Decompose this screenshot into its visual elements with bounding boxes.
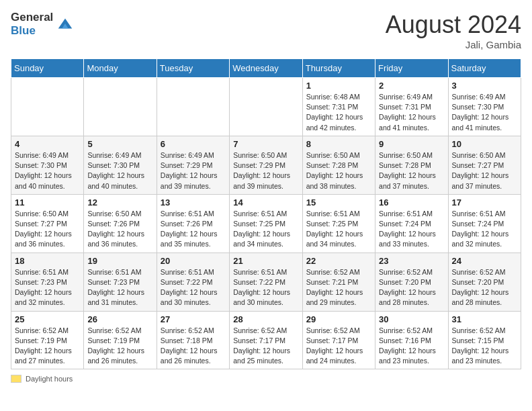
calendar-day-cell: 17Sunrise: 6:51 AM Sunset: 7:24 PM Dayli… — [448, 194, 521, 253]
day-number: 18 — [15, 256, 80, 266]
calendar-day-cell: 27Sunrise: 6:52 AM Sunset: 7:18 PM Dayli… — [157, 311, 229, 369]
calendar-day-header: Monday — [84, 59, 157, 78]
calendar-day-cell: 5Sunrise: 6:49 AM Sunset: 7:30 PM Daylig… — [84, 136, 157, 194]
day-number: 3 — [452, 81, 517, 91]
calendar-day-cell: 15Sunrise: 6:51 AM Sunset: 7:25 PM Dayli… — [302, 194, 375, 253]
day-info: Sunrise: 6:50 AM Sunset: 7:29 PM Dayligh… — [233, 150, 298, 191]
calendar-day-cell: 12Sunrise: 6:50 AM Sunset: 7:26 PM Dayli… — [84, 194, 157, 253]
day-number: 28 — [233, 314, 298, 324]
day-info: Sunrise: 6:50 AM Sunset: 7:27 PM Dayligh… — [15, 209, 80, 250]
calendar-day-cell — [84, 78, 157, 136]
calendar-day-cell: 11Sunrise: 6:50 AM Sunset: 7:27 PM Dayli… — [11, 194, 84, 253]
logo: General Blue — [11, 11, 75, 38]
day-info: Sunrise: 6:51 AM Sunset: 7:22 PM Dayligh… — [233, 267, 298, 308]
day-number: 26 — [87, 314, 152, 324]
calendar-week-row: 18Sunrise: 6:51 AM Sunset: 7:23 PM Dayli… — [11, 253, 521, 311]
day-info: Sunrise: 6:51 AM Sunset: 7:24 PM Dayligh… — [379, 209, 444, 250]
daylight-swatch — [11, 375, 21, 383]
calendar-day-cell — [157, 78, 229, 136]
calendar-day-header: Thursday — [302, 59, 375, 78]
day-number: 31 — [452, 314, 517, 324]
calendar-day-cell: 28Sunrise: 6:52 AM Sunset: 7:17 PM Dayli… — [230, 311, 302, 369]
day-number: 16 — [379, 197, 444, 208]
calendar-day-cell: 29Sunrise: 6:52 AM Sunset: 7:17 PM Dayli… — [302, 311, 375, 369]
calendar-week-row: 4Sunrise: 6:49 AM Sunset: 7:30 PM Daylig… — [11, 136, 521, 194]
calendar-day-cell: 30Sunrise: 6:52 AM Sunset: 7:16 PM Dayli… — [375, 311, 448, 369]
day-info: Sunrise: 6:52 AM Sunset: 7:16 PM Dayligh… — [379, 326, 444, 367]
day-info: Sunrise: 6:49 AM Sunset: 7:30 PM Dayligh… — [15, 150, 80, 191]
location-subtitle: Jali, Gambia — [386, 39, 521, 50]
day-number: 1 — [306, 81, 371, 91]
day-number: 10 — [452, 139, 517, 149]
day-number: 19 — [87, 256, 152, 266]
calendar-day-cell: 10Sunrise: 6:50 AM Sunset: 7:27 PM Dayli… — [448, 136, 521, 194]
day-number: 7 — [233, 139, 298, 149]
day-info: Sunrise: 6:52 AM Sunset: 7:17 PM Dayligh… — [233, 326, 298, 367]
footer-note: Daylight hours — [11, 375, 521, 383]
day-info: Sunrise: 6:50 AM Sunset: 7:27 PM Dayligh… — [452, 150, 517, 191]
day-number: 20 — [161, 256, 226, 266]
day-info: Sunrise: 6:51 AM Sunset: 7:22 PM Dayligh… — [161, 267, 226, 308]
day-number: 30 — [379, 314, 444, 324]
calendar-day-header: Tuesday — [157, 59, 229, 78]
day-info: Sunrise: 6:49 AM Sunset: 7:30 PM Dayligh… — [452, 92, 517, 133]
calendar-day-cell: 7Sunrise: 6:50 AM Sunset: 7:29 PM Daylig… — [230, 136, 302, 194]
logo-blue: Blue — [11, 24, 53, 38]
calendar-day-cell: 13Sunrise: 6:51 AM Sunset: 7:26 PM Dayli… — [157, 194, 229, 253]
day-number: 8 — [306, 139, 371, 149]
calendar-day-cell: 23Sunrise: 6:52 AM Sunset: 7:20 PM Dayli… — [375, 253, 448, 311]
day-info: Sunrise: 6:49 AM Sunset: 7:29 PM Dayligh… — [161, 150, 226, 191]
day-number: 14 — [233, 197, 298, 208]
calendar-day-cell: 22Sunrise: 6:52 AM Sunset: 7:21 PM Dayli… — [302, 253, 375, 311]
day-info: Sunrise: 6:52 AM Sunset: 7:20 PM Dayligh… — [379, 267, 444, 308]
day-number: 6 — [161, 139, 226, 149]
day-info: Sunrise: 6:50 AM Sunset: 7:28 PM Dayligh… — [306, 150, 371, 191]
logo-icon — [56, 15, 75, 34]
day-number: 12 — [87, 197, 152, 208]
day-number: 24 — [452, 256, 517, 266]
calendar-day-cell: 16Sunrise: 6:51 AM Sunset: 7:24 PM Dayli… — [375, 194, 448, 253]
calendar-day-header: Saturday — [448, 59, 521, 78]
day-number: 11 — [15, 197, 80, 208]
day-info: Sunrise: 6:52 AM Sunset: 7:15 PM Dayligh… — [452, 326, 517, 367]
day-info: Sunrise: 6:49 AM Sunset: 7:31 PM Dayligh… — [379, 92, 444, 133]
day-info: Sunrise: 6:52 AM Sunset: 7:19 PM Dayligh… — [15, 326, 80, 367]
calendar-day-cell: 4Sunrise: 6:49 AM Sunset: 7:30 PM Daylig… — [11, 136, 84, 194]
calendar-day-cell: 18Sunrise: 6:51 AM Sunset: 7:23 PM Dayli… — [11, 253, 84, 311]
calendar-day-cell: 3Sunrise: 6:49 AM Sunset: 7:30 PM Daylig… — [448, 78, 521, 136]
day-info: Sunrise: 6:52 AM Sunset: 7:18 PM Dayligh… — [161, 326, 226, 367]
calendar-day-cell: 8Sunrise: 6:50 AM Sunset: 7:28 PM Daylig… — [302, 136, 375, 194]
calendar-table: SundayMondayTuesdayWednesdayThursdayFrid… — [11, 58, 521, 369]
day-number: 21 — [233, 256, 298, 266]
calendar-day-cell: 14Sunrise: 6:51 AM Sunset: 7:25 PM Dayli… — [230, 194, 302, 253]
calendar-day-cell: 25Sunrise: 6:52 AM Sunset: 7:19 PM Dayli… — [11, 311, 84, 369]
day-number: 27 — [161, 314, 226, 324]
day-info: Sunrise: 6:51 AM Sunset: 7:24 PM Dayligh… — [452, 209, 517, 250]
calendar-week-row: 11Sunrise: 6:50 AM Sunset: 7:27 PM Dayli… — [11, 194, 521, 253]
calendar-header-row: SundayMondayTuesdayWednesdayThursdayFrid… — [11, 59, 521, 78]
day-number: 15 — [306, 197, 371, 208]
month-year-title: August 2024 — [386, 11, 521, 39]
day-info: Sunrise: 6:52 AM Sunset: 7:19 PM Dayligh… — [87, 326, 152, 367]
day-info: Sunrise: 6:51 AM Sunset: 7:25 PM Dayligh… — [306, 209, 371, 250]
day-info: Sunrise: 6:50 AM Sunset: 7:26 PM Dayligh… — [87, 209, 152, 250]
day-number: 23 — [379, 256, 444, 266]
calendar-day-cell: 26Sunrise: 6:52 AM Sunset: 7:19 PM Dayli… — [84, 311, 157, 369]
page-header: General Blue August 2024 Jali, Gambia — [11, 11, 521, 50]
day-number: 17 — [452, 197, 517, 208]
daylight-label: Daylight hours — [26, 375, 73, 383]
day-number: 5 — [87, 139, 152, 149]
day-number: 9 — [379, 139, 444, 149]
calendar-week-row: 25Sunrise: 6:52 AM Sunset: 7:19 PM Dayli… — [11, 311, 521, 369]
calendar-day-header: Sunday — [11, 59, 84, 78]
day-number: 22 — [306, 256, 371, 266]
day-number: 29 — [306, 314, 371, 324]
calendar-day-cell: 2Sunrise: 6:49 AM Sunset: 7:31 PM Daylig… — [375, 78, 448, 136]
calendar-day-cell — [230, 78, 302, 136]
day-info: Sunrise: 6:52 AM Sunset: 7:20 PM Dayligh… — [452, 267, 517, 308]
calendar-day-cell: 9Sunrise: 6:50 AM Sunset: 7:28 PM Daylig… — [375, 136, 448, 194]
day-info: Sunrise: 6:49 AM Sunset: 7:30 PM Dayligh… — [87, 150, 152, 191]
title-block: August 2024 Jali, Gambia — [386, 11, 521, 50]
day-number: 25 — [15, 314, 80, 324]
calendar-day-cell: 19Sunrise: 6:51 AM Sunset: 7:23 PM Dayli… — [84, 253, 157, 311]
